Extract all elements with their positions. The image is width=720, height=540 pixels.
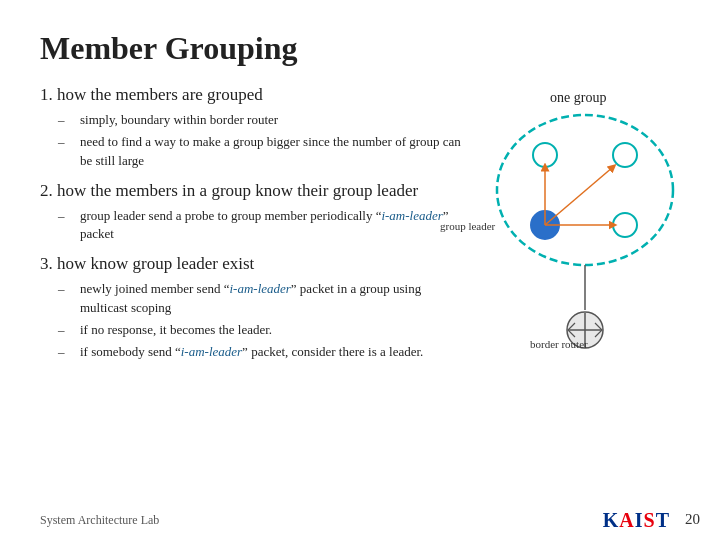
svg-point-3	[613, 213, 637, 237]
section-1-header: 1. how the members are grouped	[40, 85, 470, 105]
section-2-header: 2. how the members in a group know their…	[40, 181, 470, 201]
section-2-number: 2.	[40, 181, 53, 200]
section-3-header: 3. how know group leader exist	[40, 254, 470, 274]
section-1-bullets: simply, boundary within border router ne…	[70, 111, 470, 171]
section-3-number: 3.	[40, 254, 53, 273]
kaist-letters: KAIST	[603, 509, 670, 532]
footer-lab: System Architecture Lab	[40, 513, 159, 528]
group-leader-label: group leader	[440, 220, 495, 232]
kaist-a: A	[619, 509, 634, 531]
network-diagram: one group	[450, 90, 690, 390]
section-1-number: 1.	[40, 85, 53, 104]
list-item: if somebody send “i-am-leader” packet, c…	[70, 343, 470, 362]
section-1-title: how the members are grouped	[57, 85, 263, 104]
kaist-k: K	[603, 509, 620, 531]
kaist-i: I	[635, 509, 644, 531]
section-3-title: how know group leader exist	[57, 254, 254, 273]
svg-line-6	[545, 167, 613, 225]
svg-point-2	[613, 143, 637, 167]
section-2-bullets: group leader send a probe to group membe…	[70, 207, 470, 245]
kaist-logo: KAIST	[603, 509, 670, 532]
italic-text: i-am-leader	[381, 208, 442, 223]
border-router-label: border router	[530, 338, 588, 350]
one-group-label: one group	[550, 90, 606, 106]
section-3-bullets: newly joined member send “i-am-leader” p…	[70, 280, 470, 361]
slide-title: Member Grouping	[40, 30, 680, 67]
list-item: need to find a way to make a group bigge…	[70, 133, 470, 171]
section-3: 3. how know group leader exist newly joi…	[40, 254, 470, 361]
italic-text: i-am-leader	[181, 344, 242, 359]
slide: Member Grouping 1. how the members are g…	[0, 0, 720, 540]
italic-text: i-am-leader	[229, 281, 290, 296]
section-2-title: how the members in a group know their gr…	[57, 181, 418, 200]
section-2: 2. how the members in a group know their…	[40, 181, 470, 245]
svg-point-1	[533, 143, 557, 167]
slide-content: 1. how the members are grouped simply, b…	[40, 85, 470, 362]
list-item: simply, boundary within border router	[70, 111, 470, 130]
page-number: 20	[685, 511, 700, 528]
list-item: newly joined member send “i-am-leader” p…	[70, 280, 470, 318]
kaist-s: S	[644, 509, 656, 531]
list-item: if no response, it becomes the leader.	[70, 321, 470, 340]
kaist-t: T	[656, 509, 670, 531]
list-item: group leader send a probe to group membe…	[70, 207, 470, 245]
section-1: 1. how the members are grouped simply, b…	[40, 85, 470, 171]
diagram-svg	[450, 90, 690, 380]
